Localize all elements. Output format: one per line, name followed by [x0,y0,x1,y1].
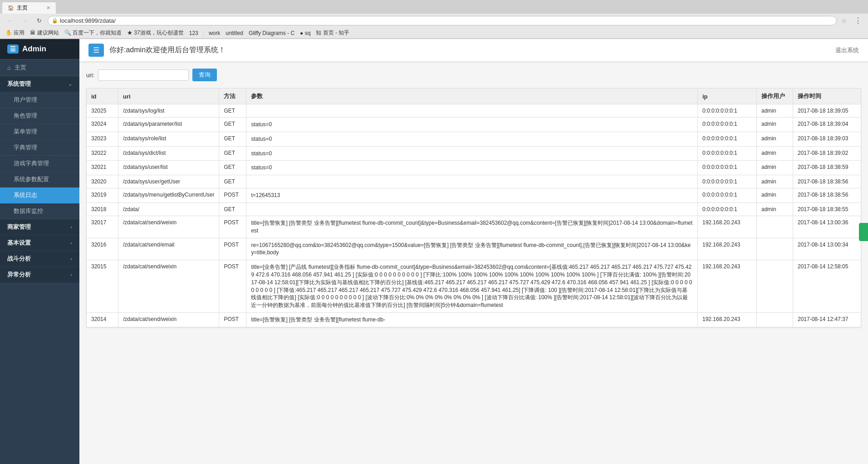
cell-params [246,104,698,118]
green-dot-indicator [859,223,868,241]
cell-uri: /zdata/sys/dict/list [118,146,219,161]
sidebar-item-users[interactable]: 用户管理 [0,92,79,108]
cell-id: 32025 [87,104,118,118]
url-input[interactable] [60,17,833,24]
cell-user [757,260,793,313]
cell-params: title=[告警恢复] [告警类型 业务告警][flumetest flume… [246,216,698,238]
cell-ip: 0:0:0:0:0:0:0:1 [698,188,757,203]
bookmark-github[interactable]: ● sq [298,30,312,37]
tab-close-button[interactable]: ✕ [46,5,50,11]
col-header-id: id [87,89,118,104]
cell-params: title=[告警恢复] [告警类型 业务告警][flumetest flume… [246,312,698,327]
table-row: 32014 /zdata/cat/send/weixin POST title=… [87,312,861,327]
bookmark-jianyi[interactable]: 🏛 建议网站 [28,29,60,37]
sidebar-header: ☰ Admin [0,39,79,59]
cell-id: 32023 [87,132,118,146]
cell-user [757,312,793,327]
cell-id: 32022 [87,146,118,161]
cell-user [757,238,793,260]
cell-params: title=[业务告警] [产品线 flumetest][业务指标 flume-… [246,260,698,313]
sidebar-section-battle[interactable]: 战斗分析 › [0,251,79,267]
cell-id: 32021 [87,161,118,175]
sidebar-item-roles[interactable]: 角色管理 [0,108,79,124]
cell-params [246,202,698,216]
content-area: uri: 查询 id uri 方法 参数 ip 操作用户 操作时间 [79,62,868,334]
users-label: 用户管理 [14,96,37,103]
log-table: id uri 方法 参数 ip 操作用户 操作时间 32025 /zdata/s… [86,88,861,327]
bookmarks-bar: ✋ 应用 🏛 建议网站 🔍 百度一下，你就知道 ★ 37游戏，玩心创遗世 123… [0,28,868,39]
forward-button[interactable]: → [19,16,31,25]
cell-id: 32020 [87,175,118,188]
browser-menu-button[interactable]: ⋮ [852,15,864,26]
browser-tabs: 🏠 主页 ✕ [0,0,868,14]
tab-icon: 🏠 [8,5,14,11]
bookmark-work[interactable]: work [207,30,222,37]
cell-params: t=12645313 [246,188,698,203]
sidebar-section-merchant[interactable]: 商家管理 › [0,219,79,235]
cell-params: re=1067165280@qq.com&to=382453602@qq.com… [246,238,698,260]
cell-user [757,216,793,238]
table-body: 32025 /zdata/sys/log/list GET 0:0:0:0:0:… [87,104,861,327]
cell-uri: /zdata/ [118,202,219,216]
back-button[interactable]: ← [4,16,16,25]
sidebar-item-menus[interactable]: 菜单管理 [0,124,79,140]
sidebar-item-home[interactable]: ⌂ 主页 [0,59,79,76]
cell-time: 2017-08-18 18:39:02 [793,146,861,161]
main-content: ☰ 你好:admin欢迎使用后台管理系统！ 退出系统 uri: 查询 id ur… [79,39,868,464]
roles-label: 角色管理 [14,112,37,119]
bookmark-baidu[interactable]: 🔍 百度一下，你就知道 [63,29,123,37]
refresh-button[interactable]: ↻ [34,16,45,25]
chevron-right-icon2: › [70,240,72,246]
active-tab[interactable]: 🏠 主页 ✕ [2,2,56,14]
bookmark-untitled[interactable]: untitled [224,30,245,37]
tab-title: 主页 [17,4,28,12]
cell-id: 32014 [87,312,118,327]
cell-ip: 192.168.20.243 [698,216,757,238]
bookmark-123[interactable]: 123 [187,30,200,37]
cell-id: 32017 [87,216,118,238]
bookmark-apps[interactable]: ✋ 应用 [4,29,26,37]
system-section-label: 系统管理 [7,80,31,88]
cell-user: admin [757,202,793,216]
cell-ip: 0:0:0:0:0:0:0:1 [698,175,757,188]
menu-toggle-button[interactable]: ☰ [88,44,104,57]
cell-ip: 0:0:0:0:0:0:0:1 [698,202,757,216]
bookmark-gliffy[interactable]: Gliffy Diagrams - C [247,30,296,37]
sidebar-item-dbmonitor[interactable]: 数据库监控 [0,203,79,219]
cell-method: GET [219,104,246,118]
cell-uri: /zdata/cat/send/weixin [118,260,219,313]
chevron-right-icon3: › [70,256,72,262]
sidebar-item-syslog[interactable]: 系统日志 [0,188,79,203]
search-bar: uri: 查询 [86,69,861,81]
bookmark-zhihu[interactable]: 知 首页 - 知乎 [314,29,351,37]
bookmark-star-button[interactable]: ☆ [839,16,849,25]
cell-user: admin [757,132,793,146]
col-header-ip: ip [698,89,757,104]
cell-time: 2017-08-18 18:39:05 [793,104,861,118]
sidebar-item-dict[interactable]: 字典管理 [0,140,79,156]
col-header-params: 参数 [246,89,698,104]
search-button[interactable]: 查询 [192,69,217,81]
cell-uri: /zdata/cat/send/weixin [118,312,219,327]
table-header: id uri 方法 参数 ip 操作用户 操作时间 [87,89,861,104]
cell-method: POST [219,216,246,238]
cell-time: 2017-08-14 13:00:34 [793,238,861,260]
sidebar-section-system[interactable]: 系统管理 ⌄ [0,76,79,92]
sidebar-section-basic[interactable]: 基本设置 › [0,235,79,251]
uri-search-input[interactable] [98,69,189,81]
logout-button[interactable]: 退出系统 [835,46,859,54]
cell-ip: 0:0:0:0:0:0:0:1 [698,104,757,118]
cell-uri: /zdata/sys/role/list [118,132,219,146]
dict-label: 字典管理 [14,144,37,151]
address-bar[interactable]: 🔒 [48,16,837,25]
sidebar-section-exception[interactable]: 异常分析 › [0,267,79,283]
bookmark-37games[interactable]: ★ 37游戏，玩心创遗世 [125,29,186,37]
cell-time: 2017-08-18 18:39:03 [793,132,861,146]
sidebar-item-game-dict[interactable]: 游戏字典管理 [0,156,79,172]
col-header-uri: uri [118,89,219,104]
uri-label: uri: [86,72,94,79]
sidebar-item-params[interactable]: 系统参数配置 [0,172,79,188]
cell-method: GET [219,175,246,188]
cell-uri: /zdata/sys/user/list [118,161,219,175]
cell-uri: /zdata/sys/parameter/list [118,118,219,132]
